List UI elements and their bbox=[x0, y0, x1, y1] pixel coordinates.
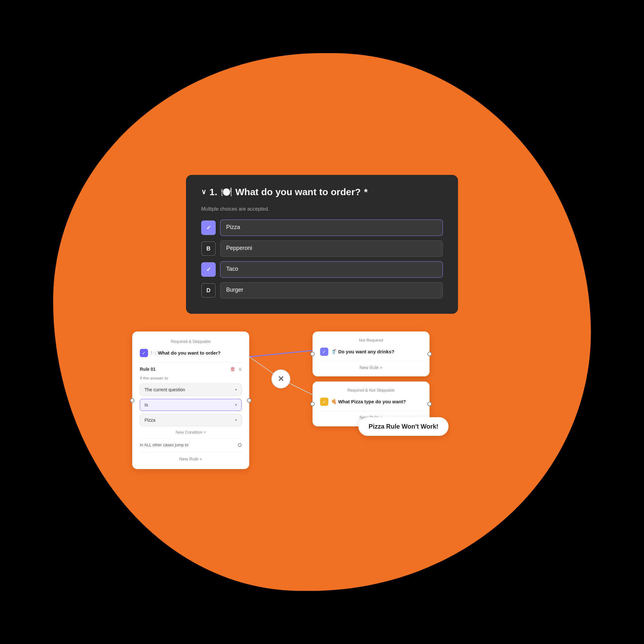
left-panel-checkbox: ✓ bbox=[140, 349, 148, 357]
right-panels: Not Required ✓ 🥤 Do you want any drinks?… bbox=[313, 331, 430, 426]
choice-item-c: ✓ Taco bbox=[201, 261, 443, 278]
left-panel-question-text: 🍽️ What do you want to order? bbox=[151, 350, 221, 356]
right-panel2-badge: Required & Not Skippable bbox=[320, 388, 422, 393]
right-panel1-checkbox: ✓ bbox=[320, 348, 328, 356]
question-subtitle: Multiple choices are accepted. bbox=[201, 206, 443, 212]
value-dropdown-value: Pizza bbox=[145, 418, 155, 423]
delete-rule-icon[interactable]: 🗑 bbox=[230, 366, 235, 372]
left-panel-badge: Required & Skippable bbox=[140, 339, 242, 344]
rule-row: Rule 01 🗑 ∨ bbox=[140, 366, 242, 372]
rule-label: Rule 01 bbox=[140, 367, 156, 372]
operator-dropdown[interactable]: Is ▾ bbox=[140, 399, 242, 411]
left-new-rule-button[interactable]: New Rule + bbox=[140, 456, 242, 461]
tooltip-bubble: Pizza Rule Won't Work! bbox=[358, 417, 449, 436]
choice-item-b: B Pepperoni bbox=[201, 240, 443, 257]
right-panel2-divider bbox=[320, 411, 422, 411]
right-panel2-checkbox: ✓ bbox=[320, 398, 328, 406]
right-panel2-question-text: 🍕 What Pizza type do you want? bbox=[331, 399, 406, 405]
right-panel1-divider bbox=[320, 361, 422, 361]
right-panel1-question-text: 🥤 Do you want any drinks? bbox=[331, 349, 394, 355]
svg-line-0 bbox=[249, 350, 313, 357]
left-panel-left-dot bbox=[130, 398, 134, 403]
question-number: 1. bbox=[209, 187, 217, 197]
choice-list: ✓ Pizza B Pepperoni ✓ Taco D Burger bbox=[201, 220, 443, 299]
choice-badge-b[interactable]: B bbox=[201, 241, 216, 256]
right-panel1-left-dot bbox=[310, 352, 315, 356]
question-dropdown-arrow: ▾ bbox=[235, 387, 237, 392]
choice-input-c[interactable]: Taco bbox=[220, 261, 443, 278]
choice-badge-a[interactable]: ✓ bbox=[201, 220, 216, 235]
flow-area: Required & Skippable ✓ 🍽️ What do you wa… bbox=[132, 331, 512, 469]
choice-badge-d[interactable]: D bbox=[201, 283, 216, 298]
choice-item-a: ✓ Pizza bbox=[201, 220, 443, 236]
question-emoji: 🍽️ bbox=[220, 186, 232, 197]
right-panel1-question-row: ✓ 🥤 Do you want any drinks? bbox=[320, 348, 422, 356]
left-panel-question-emoji: 🍽️ bbox=[151, 350, 157, 356]
right-panel2-emoji: 🍕 bbox=[331, 399, 337, 404]
right-panel2-question-row: ✓ 🍕 What Pizza type do you want? bbox=[320, 398, 422, 406]
x-circle[interactable]: ✕ bbox=[271, 369, 290, 388]
divider-3 bbox=[140, 452, 242, 453]
left-flow-panel: Required & Skippable ✓ 🍽️ What do you wa… bbox=[132, 331, 249, 469]
left-panel-question-row: ✓ 🍽️ What do you want to order? bbox=[140, 349, 242, 357]
right-panel2-left-dot bbox=[310, 402, 315, 406]
choice-input-b[interactable]: Pepperoni bbox=[220, 240, 443, 257]
divider-2 bbox=[140, 438, 242, 439]
condition-label: If the answer to bbox=[140, 376, 242, 381]
all-cases-row: In ALL other cases jump to bbox=[140, 443, 242, 447]
right-panel1-new-rule-button[interactable]: New Rule + bbox=[320, 365, 422, 370]
choice-input-a[interactable]: Pizza bbox=[220, 220, 443, 236]
new-condition-button[interactable]: New Condition + bbox=[140, 430, 242, 435]
question-title: ∨ 1. 🍽️ What do you want to order? * bbox=[201, 186, 443, 197]
value-dropdown[interactable]: Pizza ▾ bbox=[140, 414, 242, 426]
right-panel-pizza: Required & Not Skippable ✓ 🍕 What Pizza … bbox=[313, 381, 430, 426]
right-panel1-badge: Not Required bbox=[320, 338, 422, 343]
required-marker: * bbox=[364, 187, 368, 197]
rule-chevron-icon[interactable]: ∨ bbox=[238, 367, 242, 372]
right-panel2-right-dot bbox=[427, 402, 432, 406]
all-cases-connector-dot bbox=[238, 443, 242, 447]
question-dropdown[interactable]: The current question ▾ bbox=[140, 384, 242, 396]
rule-actions: 🗑 ∨ bbox=[230, 366, 242, 372]
connection-area: ✕ bbox=[249, 331, 313, 426]
question-text: What do you want to order? bbox=[235, 187, 361, 197]
right-panel1-emoji: 🥤 bbox=[331, 349, 337, 354]
question-card: ∨ 1. 🍽️ What do you want to order? * Mul… bbox=[186, 175, 458, 314]
all-cases-label: In ALL other cases jump to bbox=[140, 443, 188, 447]
operator-dropdown-value: Is bbox=[145, 402, 148, 407]
choice-badge-c[interactable]: ✓ bbox=[201, 262, 216, 277]
right-panel-drinks: Not Required ✓ 🥤 Do you want any drinks?… bbox=[313, 331, 430, 376]
collapse-icon[interactable]: ∨ bbox=[201, 188, 206, 196]
choice-item-d: D Burger bbox=[201, 282, 443, 299]
right-panel1-right-dot bbox=[427, 352, 432, 356]
question-dropdown-value: The current question bbox=[145, 387, 185, 392]
choice-input-d[interactable]: Burger bbox=[220, 282, 443, 299]
tooltip-text: Pizza Rule Won't Work! bbox=[368, 423, 438, 430]
operator-dropdown-arrow: ▾ bbox=[235, 403, 237, 407]
value-dropdown-arrow: ▾ bbox=[235, 418, 237, 422]
